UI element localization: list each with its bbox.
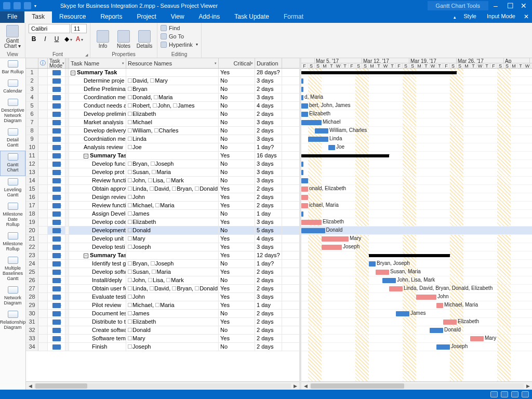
task-name-cell[interactable]: Review functi [69, 177, 126, 184]
font-name-combo[interactable] [29, 24, 70, 33]
day-header[interactable]: T [436, 63, 443, 69]
task-bar[interactable]: Elizabeth [301, 220, 322, 225]
task-name-cell[interactable]: −Summary Task 1 [69, 152, 126, 159]
duration-cell[interactable]: 3 days [255, 177, 282, 184]
row-number[interactable]: 19 [26, 218, 38, 226]
duration-cell[interactable]: 2 days [255, 202, 282, 209]
gantt-chart-button[interactable]: GanttChart ▾ [3, 24, 22, 49]
day-header[interactable]: T [342, 63, 349, 69]
task-name-cell[interactable]: Pilot review [69, 301, 126, 309]
task-name-cell[interactable]: Coordniation mee [69, 135, 126, 143]
duration-cell[interactable]: 16 days [255, 152, 282, 159]
th-rownum[interactable] [26, 58, 38, 68]
resource-cell[interactable]: James [126, 310, 219, 317]
critical-cell[interactable]: No [219, 77, 255, 85]
info-cell[interactable] [38, 127, 48, 135]
task-name-cell[interactable]: Develop testi [69, 243, 126, 251]
table-row[interactable]: 14Review functiJohn, Lisa, MarkNo3 days [26, 177, 299, 185]
th-mode[interactable]: Task Mode▾ [48, 58, 65, 68]
day-header[interactable]: S [403, 63, 409, 69]
summary-bar[interactable] [301, 71, 457, 74]
info-cell[interactable] [38, 276, 48, 284]
th-name[interactable]: Task Name▾ [69, 58, 126, 68]
task-bar[interactable]: onald, Elizabeth [301, 187, 308, 192]
gantt-row[interactable]: Joseph [301, 243, 532, 251]
close-button[interactable]: ✕ [521, 2, 527, 10]
info-cell[interactable] [38, 102, 48, 110]
table-row[interactable]: 18Assign DeveloJamesNo1 day [26, 210, 299, 218]
task-bar[interactable]: Mary [470, 336, 484, 341]
gantt-row[interactable]: onald, Elizabeth [301, 185, 532, 193]
gantt-row[interactable]: Linda [301, 135, 532, 143]
gantt-row[interactable]: Donald [301, 326, 532, 335]
critical-cell[interactable]: No [219, 276, 255, 284]
critical-cell[interactable]: No [219, 94, 255, 101]
table-row[interactable]: 30Document lesJamesNo2 days [26, 310, 299, 318]
gantt-row[interactable] [301, 160, 532, 168]
day-header[interactable]: T [517, 63, 524, 69]
task-bar[interactable] [301, 170, 303, 175]
task-mode-cell[interactable] [48, 276, 65, 284]
info-cell[interactable] [38, 251, 48, 259]
task-mode-cell[interactable] [48, 69, 65, 76]
task-mode-cell[interactable] [48, 102, 65, 110]
duration-cell[interactable]: 2 days [255, 326, 282, 334]
day-header[interactable]: T [470, 63, 477, 69]
task-name-cell[interactable]: Determine proje [69, 77, 126, 85]
task-name-cell[interactable]: Document les [69, 310, 126, 317]
task-name-cell[interactable]: Obtain user fe [69, 285, 126, 292]
table-row[interactable]: 19Develop codeElizabethYes3 days [26, 218, 299, 227]
task-bar[interactable] [301, 162, 303, 167]
task-bar[interactable]: Michael [301, 120, 322, 125]
bold-button[interactable]: B [29, 34, 39, 44]
view-bar[interactable]: Bar RollupCalendarDescriptive Network Di… [0, 58, 26, 390]
task-mode-cell[interactable] [48, 110, 65, 118]
task-name-cell[interactable]: Develop unit [69, 235, 126, 243]
duration-cell[interactable]: 3 days [255, 243, 282, 251]
task-mode-cell[interactable] [48, 77, 65, 85]
day-header[interactable]: W [524, 63, 531, 69]
details-button[interactable]: Details [135, 24, 154, 49]
gantt-row[interactable]: Bryan, Joseph [301, 260, 532, 268]
info-cell[interactable] [38, 69, 48, 76]
resource-cell[interactable]: Susan, Maria [126, 268, 219, 276]
task-mode-cell[interactable] [48, 227, 65, 234]
gantt-row[interactable]: James [301, 310, 532, 318]
duration-cell[interactable]: 5 days [255, 227, 282, 234]
table-row[interactable]: 6Develop preliminElizabethNo2 days [26, 110, 299, 118]
row-number[interactable]: 18 [26, 210, 38, 218]
row-number[interactable]: 17 [26, 202, 38, 209]
day-header[interactable]: W [430, 63, 436, 69]
tab-project[interactable]: Project [129, 11, 163, 23]
th-critical[interactable]: Critical▾ [219, 58, 255, 68]
table-row[interactable]: 24Identify test gBryan, JosephNo1 day? [26, 260, 299, 268]
critical-cell[interactable]: No [219, 143, 255, 151]
dropdown-icon[interactable]: ▾ [122, 61, 124, 65]
fill-color-button[interactable]: ◆ [63, 34, 73, 44]
table-body[interactable]: 1−Summary TaskYes28 days?2Determine proj… [26, 69, 299, 381]
task-name-cell[interactable]: Finish [69, 343, 126, 351]
resource-cell[interactable]: Michael, Maria [126, 301, 219, 309]
critical-cell[interactable]: No [219, 177, 255, 184]
critical-cell[interactable]: Yes [219, 293, 255, 301]
critical-cell[interactable]: No [219, 85, 255, 93]
task-bar[interactable]: Linda [308, 137, 328, 142]
find-button[interactable]: Find [161, 24, 198, 32]
week-header[interactable]: Mar 19, '17 [409, 58, 457, 63]
gantt-row[interactable] [301, 152, 532, 160]
task-name-cell[interactable]: Identify test g [69, 260, 126, 268]
tab-taskupdate[interactable]: Task Update [227, 11, 276, 23]
table-row[interactable]: 27Obtain user feLinda, David, Bryan, Don… [26, 285, 299, 293]
task-mode-cell[interactable] [48, 160, 65, 168]
tab-inputmode[interactable]: Input Mode [482, 11, 521, 23]
task-bar[interactable] [301, 78, 303, 84]
task-bar[interactable]: Elizabeth [301, 112, 308, 117]
tab-reports[interactable]: Reports [93, 11, 129, 23]
task-mode-cell[interactable] [48, 85, 65, 93]
tab-addins[interactable]: Add-ins [192, 11, 228, 23]
statusbar-view4-button[interactable] [522, 391, 529, 397]
resource-cell[interactable]: Mary [126, 335, 219, 342]
close-ribbon-button[interactable]: ✕ [521, 11, 532, 23]
info-cell[interactable] [38, 335, 48, 342]
table-row[interactable]: 3Define PreliminaBryanNo2 days [26, 85, 299, 94]
